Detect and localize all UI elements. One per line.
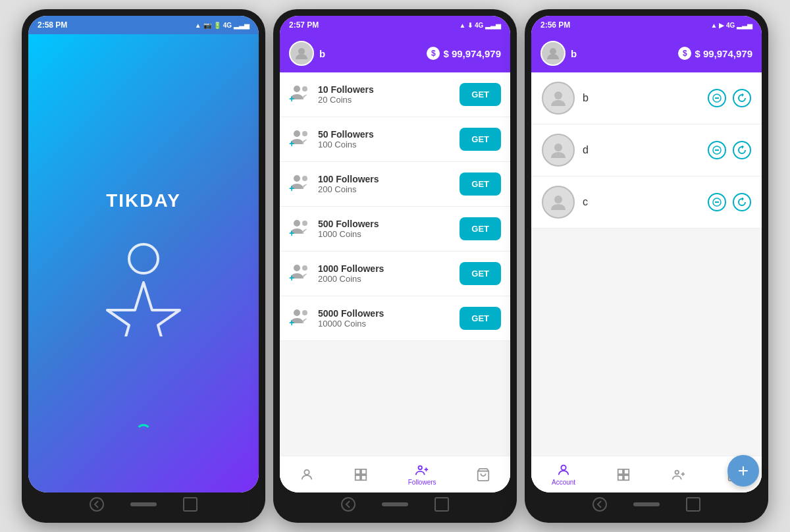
svg-rect-22 bbox=[356, 469, 360, 473]
svg-rect-24 bbox=[356, 475, 360, 479]
account-avatar-1 bbox=[542, 134, 575, 167]
delete-account-btn-2[interactable] bbox=[708, 193, 726, 211]
store-item-text: 5000 Followers 10000 Coins bbox=[318, 308, 452, 329]
svg-rect-25 bbox=[361, 475, 366, 479]
svg-point-3 bbox=[294, 86, 300, 92]
store-item-text: 500 Followers 1000 Coins bbox=[318, 219, 452, 239]
delete-account-btn-1[interactable] bbox=[708, 141, 726, 159]
account-actions-1 bbox=[708, 141, 751, 159]
home-button-2[interactable] bbox=[382, 502, 408, 506]
recent-button-2[interactable] bbox=[434, 497, 449, 512]
nav-followers-3[interactable] bbox=[672, 467, 686, 482]
svg-point-45 bbox=[675, 470, 679, 474]
get-button-2[interactable]: GET bbox=[460, 173, 501, 196]
followers-icon: + bbox=[289, 173, 310, 196]
svg-rect-23 bbox=[361, 469, 366, 473]
svg-text:+: + bbox=[289, 138, 294, 147]
store-screen: b $ $ 99,974,979 + bbox=[280, 34, 510, 492]
followers-icon: + bbox=[289, 128, 310, 151]
recent-button-3[interactable] bbox=[686, 497, 700, 512]
status-time-1: 2:58 PM bbox=[38, 20, 67, 30]
svg-text:+: + bbox=[289, 93, 294, 102]
store-item-followers: 5000 Followers bbox=[318, 308, 452, 319]
svg-point-16 bbox=[302, 265, 307, 271]
svg-point-19 bbox=[302, 310, 307, 315]
refresh-account-btn-0[interactable] bbox=[733, 89, 751, 107]
store-item-coins: 2000 Coins bbox=[318, 274, 452, 284]
store-item: + 50 Followers 100 Coins GET bbox=[280, 117, 510, 162]
store-item-text: 100 Followers 200 Coins bbox=[318, 174, 452, 194]
account-actions-0 bbox=[708, 89, 751, 107]
recent-button-1[interactable] bbox=[183, 497, 198, 512]
svg-rect-44 bbox=[624, 475, 629, 479]
account-name-2: c bbox=[583, 196, 700, 208]
nav-dashboard-2[interactable] bbox=[354, 467, 368, 482]
account-avatar-2 bbox=[542, 186, 575, 219]
loading-spinner bbox=[136, 424, 151, 440]
account-item: b bbox=[531, 72, 762, 124]
svg-point-13 bbox=[302, 221, 307, 226]
svg-point-2 bbox=[298, 48, 305, 55]
store-item: + 5000 Followers 10000 Coins GET bbox=[280, 296, 510, 341]
coin-icon-3: $ bbox=[678, 47, 691, 60]
get-button-4[interactable]: GET bbox=[460, 262, 501, 285]
back-button-3[interactable] bbox=[592, 497, 607, 512]
svg-point-0 bbox=[129, 244, 158, 273]
phone-bottom-2 bbox=[280, 492, 510, 516]
refresh-account-btn-2[interactable] bbox=[733, 193, 751, 211]
account-item: c bbox=[531, 176, 762, 228]
status-icons-2: ▲ ⬇ 4G ▂▃▅ bbox=[459, 22, 501, 29]
account-actions-2 bbox=[708, 193, 751, 211]
store-item-text: 1000 Followers 2000 Coins bbox=[318, 263, 452, 284]
store-item-coins: 100 Coins bbox=[318, 140, 452, 149]
nav-account-2[interactable] bbox=[300, 467, 314, 482]
store-item-followers: 500 Followers bbox=[318, 219, 452, 229]
delete-account-btn-0[interactable] bbox=[708, 89, 726, 107]
store-item: + 500 Followers 1000 Coins GET bbox=[280, 207, 510, 252]
app-title: TIKDAY bbox=[106, 190, 181, 211]
header-avatar-2 bbox=[289, 41, 314, 66]
nav-dashboard-3[interactable] bbox=[616, 467, 631, 482]
header-username-3: b bbox=[571, 48, 577, 59]
refresh-account-btn-1[interactable] bbox=[733, 141, 751, 159]
phone-1: 2:58 PM ▲📷🔋4G▂▃▅ TIKDAY bbox=[22, 9, 265, 523]
account-item: d bbox=[531, 124, 762, 176]
svg-point-26 bbox=[419, 466, 423, 470]
store-item-text: 10 Followers 20 Coins bbox=[318, 84, 452, 105]
svg-point-30 bbox=[550, 48, 556, 55]
nav-followers-2[interactable]: Followers bbox=[408, 463, 436, 486]
back-button-1[interactable] bbox=[90, 497, 104, 512]
get-button-0[interactable]: GET bbox=[460, 83, 501, 106]
nav-account-3[interactable]: Account bbox=[552, 463, 575, 486]
accounts-screen: b $ $ 99,974,979 b bbox=[531, 34, 762, 492]
store-item-text: 50 Followers 100 Coins bbox=[318, 129, 452, 149]
add-account-fab[interactable]: + bbox=[727, 455, 759, 487]
svg-point-9 bbox=[294, 175, 300, 182]
svg-point-15 bbox=[294, 265, 300, 271]
store-item: + 100 Followers 200 Coins GET bbox=[280, 162, 510, 207]
back-button-2[interactable] bbox=[341, 497, 356, 512]
get-button-5[interactable]: GET bbox=[460, 307, 501, 330]
svg-point-7 bbox=[302, 131, 307, 136]
svg-marker-1 bbox=[107, 282, 180, 336]
status-time-2: 2:57 PM bbox=[289, 20, 319, 30]
status-icons-1: ▲📷🔋4G▂▃▅ bbox=[195, 22, 250, 29]
home-button-3[interactable] bbox=[633, 502, 660, 506]
splash-icon bbox=[101, 238, 186, 336]
svg-rect-43 bbox=[618, 475, 623, 479]
svg-text:+: + bbox=[289, 228, 294, 236]
store-item-followers: 10 Followers bbox=[318, 84, 452, 95]
svg-point-21 bbox=[304, 469, 309, 474]
header-user-3: b bbox=[540, 41, 577, 66]
store-header: b $ $ 99,974,979 bbox=[280, 34, 510, 72]
get-button-1[interactable]: GET bbox=[460, 128, 501, 151]
followers-icon: + bbox=[289, 84, 310, 106]
svg-rect-41 bbox=[618, 469, 623, 473]
svg-point-12 bbox=[294, 220, 300, 226]
home-button-1[interactable] bbox=[130, 502, 157, 506]
get-button-3[interactable]: GET bbox=[460, 217, 501, 240]
svg-point-4 bbox=[302, 86, 307, 92]
status-icons-3: ▲ ▶ 4G ▂▃▅ bbox=[710, 22, 752, 29]
nav-cart-2[interactable] bbox=[476, 467, 490, 482]
accounts-header: b $ $ 99,974,979 bbox=[531, 34, 762, 72]
